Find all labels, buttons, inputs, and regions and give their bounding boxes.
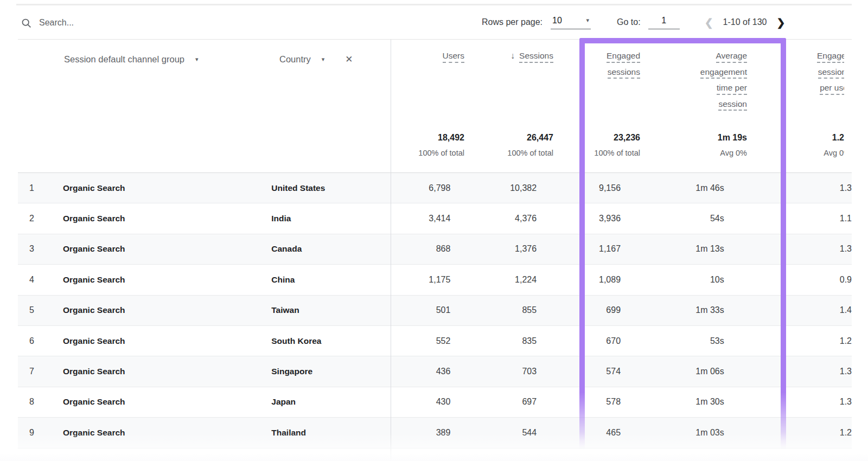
header-word: Engaged	[607, 52, 640, 63]
row-index: 7	[18, 367, 63, 376]
sessions-cell: 544	[450, 428, 537, 438]
search-placeholder: Search...	[39, 18, 74, 28]
header-word: engagement	[700, 68, 747, 79]
table-row[interactable]: 6 Organic Search South Korea 552 835 670…	[18, 326, 852, 356]
country-cell: China	[271, 275, 379, 285]
chevron-down-icon: ▾	[586, 17, 590, 24]
users-cell: 6,798	[379, 183, 451, 193]
avg-engagement-time-cell: 53s	[621, 336, 724, 346]
header-word: sessions	[608, 68, 640, 79]
avg-engagement-time-cell: 1m 06s	[621, 367, 724, 376]
channel-cell: Organic Search	[63, 367, 271, 376]
engaged-sessions-cell: 578	[537, 397, 621, 407]
total-avg_engagement_time: 1m 19sAvg 0%	[640, 133, 747, 159]
column-header-engaged_sessions[interactable]: Engagedsessions	[553, 52, 640, 116]
remove-dimension-button[interactable]: ✕	[345, 54, 353, 65]
engaged-sessions-cell: 3,936	[537, 214, 621, 223]
sessions-cell: 1,376	[450, 244, 537, 254]
row-index: 1	[18, 183, 63, 193]
goto-page-input[interactable]: 1	[648, 16, 680, 29]
table-row[interactable]: 9 Organic Search Thailand 389 544 465 1m…	[18, 418, 852, 448]
metric-headers: Users↓SessionsEngagedsessionsAverageenga…	[391, 52, 852, 116]
sessions-cell: 855	[450, 305, 537, 315]
engaged-sessions-cell: 574	[537, 367, 621, 376]
pagination-controls: Rows per page: 10 ▾ Go to: 1 ❮ 1-10 of 1…	[482, 5, 785, 39]
channel-cell: Organic Search	[63, 244, 271, 254]
engaged-sessions-per-user-cell: 1.3	[724, 367, 852, 376]
engaged-sessions-per-user-cell: 1.3	[724, 183, 852, 193]
engaged-sessions-cell: 1,167	[537, 244, 621, 254]
column-header-sessions[interactable]: ↓Sessions	[464, 52, 553, 116]
table-row[interactable]: 3 Organic Search Canada 868 1,376 1,167 …	[18, 234, 852, 265]
table-toolbar: Search... Rows per page: 10 ▾ Go to: 1 ❮…	[0, 5, 868, 39]
country-cell: Thailand	[271, 428, 379, 438]
country-cell: Canada	[271, 244, 379, 254]
table-row[interactable]: 1 Organic Search United States 6,798 10,…	[18, 173, 852, 203]
column-header-users[interactable]: Users	[391, 52, 464, 116]
table-row[interactable]: 8 Organic Search Japan 430 697 578 1m 30…	[18, 387, 852, 418]
row-index: 6	[18, 336, 63, 346]
table-row[interactable]: 7 Organic Search Singapore 436 703 574 1…	[18, 356, 852, 387]
avg-engagement-time-cell: 1m 03s	[621, 428, 724, 438]
total-engaged_sessions: 23,236100% of total	[553, 133, 640, 159]
country-cell: United States	[271, 183, 379, 193]
users-cell: 3,414	[379, 214, 451, 223]
row-index: 2	[18, 214, 63, 223]
row-index: 5	[18, 305, 63, 315]
avg-engagement-time-cell: 1m 13s	[621, 244, 724, 254]
header-word: Average	[716, 52, 747, 63]
rows-per-page-select[interactable]: 10 ▾	[551, 16, 591, 29]
row-index: 8	[18, 397, 63, 407]
table-row[interactable]: 2 Organic Search India 3,414 4,376 3,936…	[18, 203, 852, 234]
channel-cell: Organic Search	[63, 305, 271, 315]
engaged-sessions-cell: 9,156	[537, 183, 621, 193]
country-cell: Taiwan	[271, 305, 379, 315]
users-cell: 1,175	[379, 275, 451, 285]
data-table: Session default channel group ▾ Country …	[18, 39, 852, 461]
total-engaged_sessions_per_user: 1.2Avg 0%	[747, 133, 852, 159]
header-word: session	[718, 100, 747, 111]
header-word: Engaged	[817, 52, 844, 63]
avg-engagement-time-cell: 54s	[621, 214, 724, 223]
users-cell: 868	[379, 244, 451, 254]
column-header-avg_engagement_time[interactable]: Averageengagementtime persession	[640, 52, 747, 116]
users-cell: 389	[379, 428, 451, 438]
table-row[interactable]: 4 Organic Search China 1,175 1,224 1,089…	[18, 265, 852, 295]
row-index: 4	[18, 275, 63, 285]
rows-per-page-label: Rows per page:	[482, 17, 542, 27]
engaged-sessions-per-user-cell: 1.3	[724, 244, 852, 254]
header-word: Users	[443, 52, 464, 63]
engaged-sessions-cell: 1,089	[537, 275, 621, 285]
avg-engagement-time-cell: 1m 46s	[621, 183, 724, 193]
rows-per-page-value: 10	[552, 16, 562, 25]
engaged-sessions-per-user-cell: 1.2	[724, 336, 852, 346]
column-header-engaged_sessions_per_user[interactable]: Engagedsessionsper user	[747, 52, 852, 116]
goto-label: Go to:	[617, 17, 641, 27]
channel-cell: Organic Search	[63, 336, 271, 346]
country-cell: Singapore	[271, 367, 379, 376]
engaged-sessions-per-user-cell: 1.3	[724, 397, 852, 407]
channel-group-dropdown[interactable]: Session default channel group ▾	[64, 54, 279, 65]
search-icon	[21, 17, 32, 29]
avg-engagement-time-cell: 1m 30s	[621, 397, 724, 407]
users-cell: 552	[379, 336, 451, 346]
avg-engagement-time-cell: 10s	[621, 275, 724, 285]
channel-group-label: Session default channel group	[64, 54, 184, 65]
table-row[interactable]: 5 Organic Search Taiwan 501 855 699 1m 3…	[18, 296, 852, 326]
dimension-headers: Session default channel group ▾ Country …	[64, 54, 353, 65]
engaged-sessions-per-user-cell: 1.1	[724, 214, 852, 223]
engaged-sessions-per-user-cell: 1.4	[724, 305, 852, 315]
avg-engagement-time-cell: 1m 33s	[621, 305, 724, 315]
engaged-sessions-per-user-cell: 0.9	[724, 275, 852, 285]
engaged-sessions-cell: 670	[537, 336, 621, 346]
country-dropdown[interactable]: Country ▾	[279, 54, 324, 65]
channel-cell: Organic Search	[63, 214, 271, 223]
country-cell: Japan	[271, 397, 379, 407]
next-page-button[interactable]: ❯	[777, 16, 786, 29]
engaged-sessions-cell: 465	[537, 428, 621, 438]
previous-page-button[interactable]: ❮	[705, 16, 713, 29]
sessions-cell: 1,224	[450, 275, 537, 285]
search-input[interactable]: Search...	[21, 17, 74, 29]
country-cell: India	[271, 214, 379, 223]
header-word: Sessions	[519, 52, 553, 63]
